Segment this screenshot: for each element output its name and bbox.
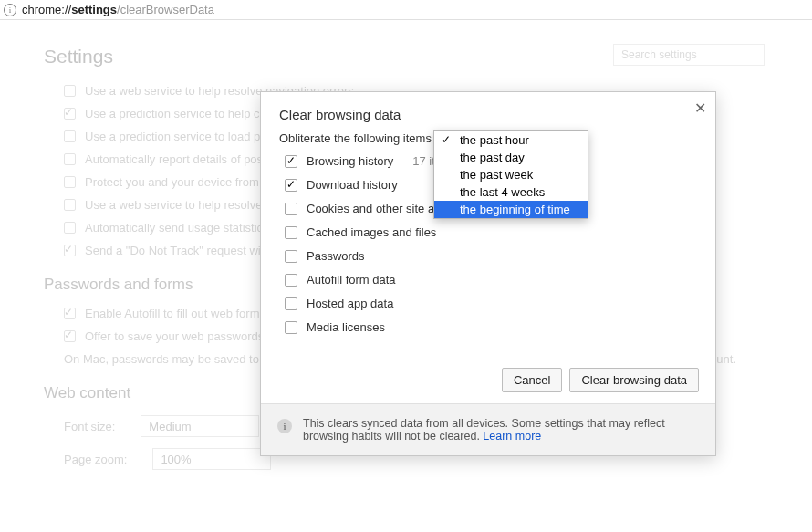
checkbox-icon[interactable] — [64, 308, 76, 319]
checkbox-icon[interactable] — [285, 321, 297, 334]
checkbox-icon[interactable] — [64, 222, 76, 234]
close-icon[interactable]: ✕ — [694, 99, 706, 117]
checkbox-icon[interactable] — [64, 130, 76, 142]
search-placeholder: Search settings — [621, 48, 697, 61]
clear-data-item-label: Hosted app data — [307, 297, 393, 310]
address-bar[interactable]: i chrome://settings/clearBrowserData — [0, 0, 812, 20]
cancel-button[interactable]: Cancel — [502, 368, 562, 392]
checkbox-icon[interactable] — [285, 226, 297, 239]
checkbox-icon[interactable] — [285, 250, 297, 263]
clear-data-item-label: Passwords — [307, 249, 365, 263]
time-range-option[interactable]: the past day — [434, 149, 588, 166]
checkbox-icon[interactable] — [64, 199, 76, 211]
clear-data-item-label: Download history — [307, 178, 398, 192]
clear-data-item[interactable]: Hosted app data — [285, 297, 697, 310]
clear-data-item[interactable]: Passwords — [285, 249, 697, 263]
checkbox-icon[interactable] — [64, 245, 76, 256]
checkbox-icon[interactable] — [64, 330, 76, 342]
checkbox-icon[interactable] — [285, 203, 297, 215]
time-range-option[interactable]: the past hour — [434, 131, 588, 149]
dialog-title: Clear browsing data — [261, 92, 715, 131]
url-display: chrome://settings/clearBrowserData — [22, 3, 214, 16]
checkbox-icon[interactable] — [285, 179, 297, 192]
checkbox-icon[interactable] — [285, 155, 297, 168]
checkbox-icon[interactable] — [64, 176, 76, 188]
clear-browsing-data-button[interactable]: Clear browsing data — [569, 368, 699, 392]
clear-data-item-label: Cached images and files — [307, 225, 436, 239]
font-size-select[interactable]: Medium — [141, 415, 259, 437]
checkbox-icon[interactable] — [64, 85, 76, 97]
url-host: settings — [71, 3, 117, 16]
site-info-icon[interactable]: i — [4, 4, 16, 16]
time-range-dropdown[interactable]: the past hourthe past daythe past weekth… — [433, 130, 588, 219]
time-range-option[interactable]: the last 4 weeks — [434, 183, 588, 201]
clear-data-item[interactable]: Media licenses — [285, 320, 697, 334]
obliterate-label: Obliterate the following items from — [279, 131, 459, 145]
time-range-option[interactable]: the beginning of time — [434, 201, 588, 218]
url-path: /clearBrowserData — [117, 3, 214, 16]
clear-data-item[interactable]: Cached images and files — [285, 225, 697, 239]
passwords-option-label: Offer to save your web passwords. — [85, 329, 267, 343]
time-range-option[interactable]: the past week — [434, 166, 588, 183]
learn-more-link[interactable]: Learn more — [483, 430, 541, 443]
checkbox-icon[interactable] — [285, 274, 297, 287]
clear-data-item-label: Browsing history — [307, 154, 393, 168]
checkbox-icon[interactable] — [64, 108, 76, 120]
info-icon: i — [277, 419, 292, 433]
page-zoom-label: Page zoom: — [64, 453, 127, 466]
page-zoom-select[interactable]: 100% — [152, 448, 271, 470]
checkbox-icon[interactable] — [64, 153, 76, 165]
search-settings-input[interactable]: Search settings — [613, 44, 765, 66]
checkbox-icon[interactable] — [285, 297, 297, 310]
url-scheme: chrome:// — [22, 3, 71, 16]
clear-data-item-label: Media licenses — [307, 320, 385, 334]
clear-data-item-label: Autofill form data — [307, 273, 396, 287]
font-size-label: Font size: — [64, 420, 115, 433]
dialog-footer: i This clears synced data from all devic… — [261, 403, 715, 455]
clear-data-item[interactable]: Autofill form data — [285, 273, 697, 287]
